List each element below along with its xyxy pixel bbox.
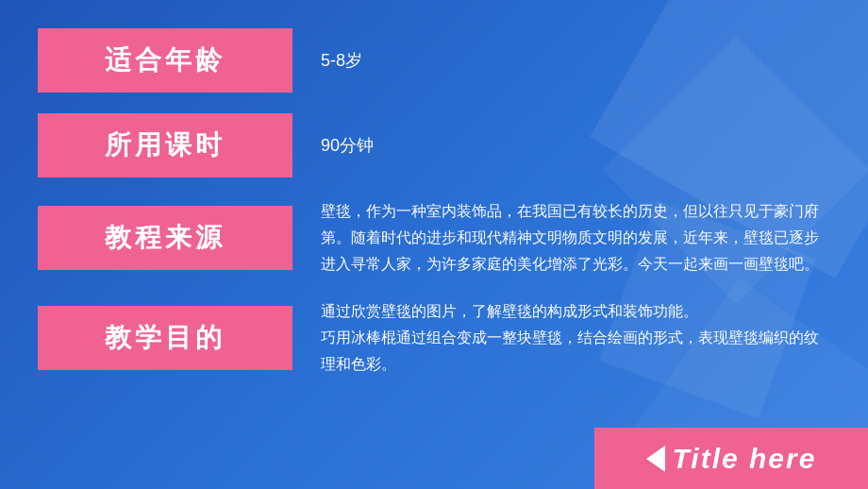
triangle-icon: [646, 446, 665, 472]
value-0: 5-8岁: [321, 46, 362, 76]
row-2: 教程来源壁毯，作为一种室内装饰品，在我国已有较长的历史，但以往只见于豪门府第。随…: [38, 198, 868, 278]
row-3: 教学目的通过欣赏壁毯的图片，了解壁毯的构成形式和装饰功能。巧用冰棒棍通过组合变成…: [38, 298, 868, 378]
value-3: 通过欣赏壁毯的图片，了解壁毯的构成形式和装饰功能。巧用冰棒棍通过组合变成一整块壁…: [321, 298, 821, 378]
label-1: 所用课时: [38, 113, 292, 177]
value-1: 90分钟: [321, 131, 374, 160]
row-0: 适合年龄5-8岁: [38, 28, 868, 93]
label-0: 适合年龄: [38, 28, 292, 93]
title-here-text: Title here: [673, 443, 817, 475]
row-1: 所用课时90分钟: [38, 113, 868, 177]
label-3: 教学目的: [38, 306, 292, 370]
main-content: 适合年龄5-8岁所用课时90分钟教程来源壁毯，作为一种室内装饰品，在我国已有较长…: [0, 0, 868, 398]
label-2: 教程来源: [38, 206, 292, 270]
title-here-box: Title here: [594, 428, 868, 489]
value-2: 壁毯，作为一种室内装饰品，在我国已有较长的历史，但以往只见于豪门府第。随着时代的…: [321, 198, 821, 278]
